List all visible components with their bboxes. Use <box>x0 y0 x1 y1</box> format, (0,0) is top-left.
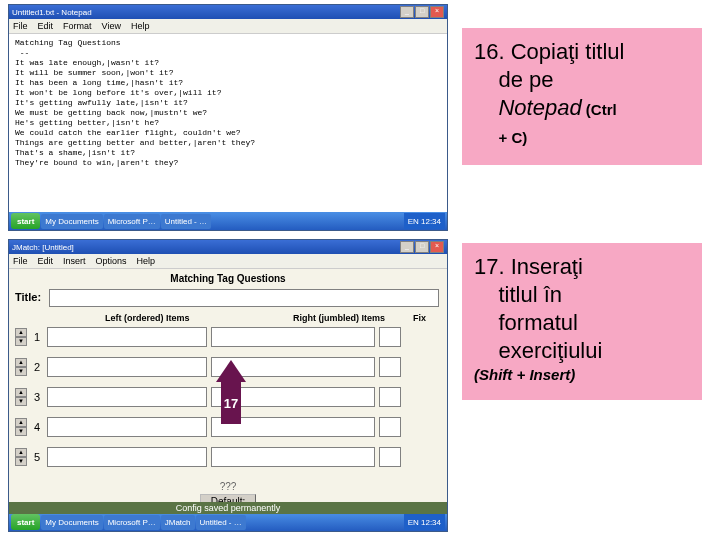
step-text: Inseraţi <box>511 254 583 279</box>
shortcut-text: (Shift + Insert) <box>474 366 575 383</box>
notepad-menubar: File Edit Format View Help <box>9 19 447 34</box>
row-down-button[interactable]: ▼ <box>15 337 27 346</box>
start-button[interactable]: start <box>11 514 40 530</box>
menu-options[interactable]: Options <box>96 256 127 266</box>
step-text: de pe <box>498 67 553 92</box>
notepad-title: Untitled1.txt - Notepad <box>12 8 400 17</box>
row-up-button[interactable]: ▲ <box>15 418 27 427</box>
step-text: formatul <box>498 310 577 335</box>
row-number: 5 <box>31 451 43 463</box>
start-button[interactable]: start <box>11 213 40 229</box>
fix-checkbox[interactable] <box>379 417 401 437</box>
row-number: 4 <box>31 421 43 433</box>
step-text: exerciţiului <box>498 338 602 363</box>
menu-help[interactable]: Help <box>137 256 156 266</box>
row-down-button[interactable]: ▼ <box>15 427 27 436</box>
row-up-button[interactable]: ▲ <box>15 388 27 397</box>
taskbar-item[interactable]: Microsoft P… <box>104 214 160 229</box>
row-down-button[interactable]: ▼ <box>15 367 27 376</box>
maximize-button[interactable]: □ <box>415 241 429 253</box>
fix-checkbox[interactable] <box>379 357 401 377</box>
menu-view[interactable]: View <box>102 21 121 31</box>
fix-column-header: Fix <box>413 313 426 323</box>
minimize-button[interactable]: _ <box>400 241 414 253</box>
system-tray[interactable]: EN 12:34 <box>404 213 445 229</box>
taskbar-item[interactable]: JMatch <box>161 515 195 530</box>
fix-checkbox[interactable] <box>379 327 401 347</box>
maximize-button[interactable]: □ <box>415 6 429 18</box>
step-number: 17. <box>474 254 505 279</box>
minimize-button[interactable]: _ <box>400 6 414 18</box>
status-bar: Config saved permanently <box>9 502 447 514</box>
left-item-input[interactable] <box>47 357 207 377</box>
placeholder-text: ??? <box>9 481 447 492</box>
row-up-button[interactable]: ▲ <box>15 328 27 337</box>
title-label: Title: <box>15 291 41 303</box>
taskbar-top: start My Documents Microsoft P… Untitled… <box>9 212 447 230</box>
close-button[interactable]: × <box>430 6 444 18</box>
right-item-input[interactable] <box>211 447 375 467</box>
exercise-heading: Matching Tag Questions <box>9 273 447 284</box>
row-down-button[interactable]: ▼ <box>15 457 27 466</box>
taskbar-item[interactable]: My Documents <box>41 214 102 229</box>
arrow-up-icon <box>216 360 246 382</box>
fix-checkbox[interactable] <box>379 447 401 467</box>
step-text: Copiaţi titlul <box>511 39 625 64</box>
left-item-input[interactable] <box>47 417 207 437</box>
close-button[interactable]: × <box>430 241 444 253</box>
row-number: 2 <box>31 361 43 373</box>
arrow-label: 17 <box>221 382 241 424</box>
notepad-window: Untitled1.txt - Notepad _ □ × File Edit … <box>8 4 448 231</box>
left-column-header: Left (ordered) Items <box>105 313 190 323</box>
menu-insert[interactable]: Insert <box>63 256 86 266</box>
menu-edit[interactable]: Edit <box>38 256 54 266</box>
right-column-header: Right (jumbled) Items <box>293 313 385 323</box>
left-item-input[interactable] <box>47 387 207 407</box>
jmatch-title: JMatch: [Untitled] <box>12 243 400 252</box>
instruction-step-17: 17. Inseraţi titlul în formatul exerciţi… <box>462 243 702 400</box>
taskbar-item[interactable]: My Documents <box>41 515 102 530</box>
menu-file[interactable]: File <box>13 256 28 266</box>
menu-format[interactable]: Format <box>63 21 92 31</box>
notepad-titlebar: Untitled1.txt - Notepad _ □ × <box>9 5 447 19</box>
menu-help[interactable]: Help <box>131 21 150 31</box>
taskbar-item[interactable]: Untitled - … <box>161 214 211 229</box>
arrow-callout: 17 <box>216 360 246 426</box>
row-number: 3 <box>31 391 43 403</box>
left-item-input[interactable] <box>47 447 207 467</box>
shortcut-text: + C) <box>498 129 527 146</box>
row-number: 1 <box>31 331 43 343</box>
jmatch-titlebar: JMatch: [Untitled] _ □ × <box>9 240 447 254</box>
match-row: ▲▼5 <box>15 447 439 467</box>
row-up-button[interactable]: ▲ <box>15 358 27 367</box>
fix-checkbox[interactable] <box>379 387 401 407</box>
menu-edit[interactable]: Edit <box>38 21 54 31</box>
app-name: Notepad <box>498 95 581 120</box>
match-row: ▲▼1 <box>15 327 439 347</box>
right-item-input[interactable] <box>211 327 375 347</box>
step-text: titlul în <box>498 282 562 307</box>
row-up-button[interactable]: ▲ <box>15 448 27 457</box>
notepad-textarea[interactable]: Matching Tag Questions -- It was late en… <box>9 34 447 212</box>
taskbar-bottom: start My Documents Microsoft P… JMatch U… <box>9 513 447 531</box>
row-down-button[interactable]: ▼ <box>15 397 27 406</box>
system-tray[interactable]: EN 12:34 <box>404 514 445 530</box>
instruction-step-16: 16. Copiaţi titlul de pe Notepad (Ctrl +… <box>462 28 702 165</box>
shortcut-text: (Ctrl <box>582 101 617 118</box>
left-item-input[interactable] <box>47 327 207 347</box>
taskbar-item[interactable]: Microsoft P… <box>104 515 160 530</box>
step-number: 16. <box>474 39 505 64</box>
title-input[interactable] <box>49 289 439 307</box>
jmatch-menubar: File Edit Insert Options Help <box>9 254 447 269</box>
taskbar-item[interactable]: Untitled - … <box>196 515 246 530</box>
menu-file[interactable]: File <box>13 21 28 31</box>
